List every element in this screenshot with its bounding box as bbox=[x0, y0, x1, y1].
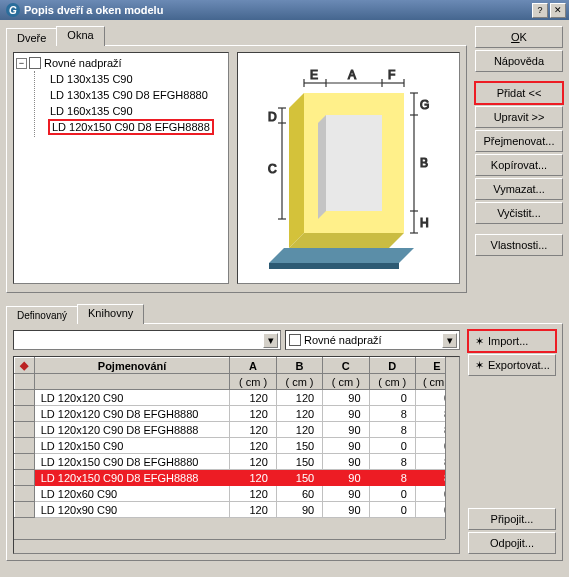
tree-item[interactable]: LD 160x135 C90 bbox=[50, 105, 133, 117]
window-title: Popis dveří a oken modelu bbox=[24, 4, 530, 16]
close-button[interactable]: ✕ bbox=[550, 3, 566, 18]
dim-label-h: H bbox=[420, 216, 429, 230]
tab-doors[interactable]: Dveře bbox=[6, 28, 57, 46]
export-icon: ✶ bbox=[475, 359, 484, 372]
table-row[interactable]: LD 120x120 C90 D8 EFGH88801201209088 bbox=[15, 406, 459, 422]
dim-label-b: B bbox=[420, 156, 428, 170]
dim-label-c: C bbox=[268, 162, 277, 176]
import-icon: ✶ bbox=[475, 335, 484, 348]
cell-name: LD 120x90 C90 bbox=[34, 502, 230, 518]
cell-name: LD 120x120 C90 bbox=[34, 390, 230, 406]
tree-item[interactable]: LD 130x135 C90 bbox=[50, 73, 133, 85]
add-button[interactable]: Přidat << bbox=[475, 82, 563, 104]
table-row[interactable]: LD 120x120 C901201209000 bbox=[15, 390, 459, 406]
dim-label-d: D bbox=[268, 110, 277, 124]
col-c[interactable]: C bbox=[323, 358, 369, 374]
tab-libraries[interactable]: Knihovny bbox=[77, 304, 144, 324]
dim-label-a: A bbox=[348, 68, 356, 82]
help-button-side[interactable]: Nápověda bbox=[475, 50, 563, 72]
filter-checkbox[interactable] bbox=[289, 334, 301, 346]
delete-button[interactable]: Vymazat... bbox=[475, 178, 563, 200]
svg-marker-1 bbox=[269, 263, 399, 269]
cell-name: LD 120x150 C90 bbox=[34, 438, 230, 454]
attach-button[interactable]: Připojit... bbox=[468, 508, 556, 530]
chevron-down-icon[interactable]: ▾ bbox=[442, 333, 457, 348]
cell-name: LD 120x60 C90 bbox=[34, 486, 230, 502]
col-d[interactable]: D bbox=[369, 358, 415, 374]
tree-item-selected[interactable]: LD 120x150 C90 D8 EFGH8888 bbox=[48, 119, 214, 135]
library-table[interactable]: ◆ Pojmenování A B C D E bbox=[13, 356, 460, 554]
ok-button[interactable]: OK bbox=[475, 26, 563, 48]
tab-defined[interactable]: Definovaný bbox=[6, 306, 78, 324]
filter-left-combo[interactable]: ▾ bbox=[13, 330, 281, 350]
scrollbar-vertical[interactable] bbox=[445, 357, 459, 539]
chevron-down-icon[interactable]: ▾ bbox=[263, 333, 278, 348]
import-button[interactable]: ✶ Import... bbox=[468, 330, 556, 352]
scrollbar-horizontal[interactable] bbox=[14, 539, 445, 553]
tree-root-checkbox[interactable] bbox=[29, 57, 41, 69]
tree-collapse-icon[interactable]: − bbox=[16, 58, 27, 69]
col-name[interactable]: Pojmenování bbox=[34, 358, 230, 374]
detach-button[interactable]: Odpojit... bbox=[468, 532, 556, 554]
tab-windows[interactable]: Okna bbox=[56, 26, 104, 46]
clear-button[interactable]: Vyčistit... bbox=[475, 202, 563, 224]
tree-item[interactable]: LD 130x135 C90 D8 EFGH8880 bbox=[50, 89, 208, 101]
titlebar: G Popis dveří a oken modelu ? ✕ bbox=[0, 0, 569, 20]
tree-root-label[interactable]: Rovné nadpraží bbox=[44, 57, 122, 69]
copy-button[interactable]: Kopírovat... bbox=[475, 154, 563, 176]
col-a[interactable]: A bbox=[230, 358, 276, 374]
table-row[interactable]: LD 120x120 C90 D8 EFGH88881201209088 bbox=[15, 422, 459, 438]
dim-label-f: F bbox=[388, 68, 395, 82]
table-row[interactable]: LD 120x60 C90120609000 bbox=[15, 486, 459, 502]
modify-button[interactable]: Upravit >> bbox=[475, 106, 563, 128]
export-button[interactable]: ✶ Exportovat... bbox=[468, 354, 556, 376]
filter-right-combo[interactable]: Rovné nadpraží ▾ bbox=[285, 330, 460, 350]
svg-marker-5 bbox=[326, 115, 382, 211]
help-button[interactable]: ? bbox=[532, 3, 548, 18]
table-row[interactable]: LD 120x90 C90120909000 bbox=[15, 502, 459, 518]
table-row[interactable]: LD 120x150 C901201509000 bbox=[15, 438, 459, 454]
properties-button[interactable]: Vlastnosti... bbox=[475, 234, 563, 256]
filter-right-value: Rovné nadpraží bbox=[304, 334, 382, 346]
window-type-tree[interactable]: − Rovné nadpraží LD 130x135 C90 LD 130x1… bbox=[13, 52, 229, 284]
col-b[interactable]: B bbox=[276, 358, 322, 374]
svg-marker-0 bbox=[269, 248, 414, 263]
table-row[interactable]: LD 120x150 C90 D8 EFGH88801201509088 bbox=[15, 454, 459, 470]
dim-label-e: E bbox=[310, 68, 318, 82]
cell-name: LD 120x120 C90 D8 EFGH8888 bbox=[34, 422, 230, 438]
preview-pane: E A F D C G bbox=[237, 52, 460, 284]
svg-marker-3 bbox=[289, 93, 304, 248]
cell-name: LD 120x150 C90 D8 EFGH8880 bbox=[34, 454, 230, 470]
cell-name: LD 120x120 C90 D8 EFGH8880 bbox=[34, 406, 230, 422]
app-icon: G bbox=[6, 3, 20, 17]
rename-button[interactable]: Přejmenovat... bbox=[475, 130, 563, 152]
svg-marker-4 bbox=[289, 233, 404, 248]
cell-name: LD 120x150 C90 D8 EFGH8888 bbox=[34, 470, 230, 486]
svg-marker-6 bbox=[318, 115, 326, 219]
table-row[interactable]: LD 120x150 C90 D8 EFGH88881201509088 bbox=[15, 470, 459, 486]
dim-label-g: G bbox=[420, 98, 429, 112]
table-corner-icon: ◆ bbox=[15, 358, 35, 374]
